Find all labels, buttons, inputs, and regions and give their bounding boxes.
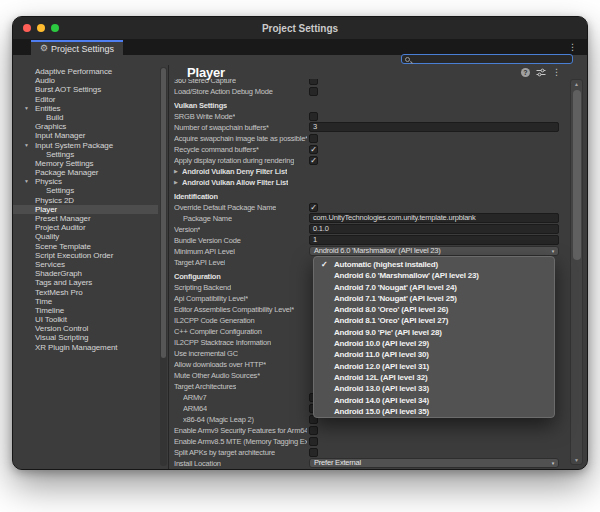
player-settings-panel: 360 Stereo CaptureLoad/Store Action Debu…: [169, 65, 587, 469]
close-button[interactable]: [23, 24, 31, 32]
sidebar-item-preset-manager[interactable]: Preset Manager: [13, 214, 158, 223]
page-title: Player: [187, 65, 225, 80]
checkbox[interactable]: [309, 134, 318, 143]
sidebar-item-scene-template[interactable]: Scene Template: [13, 242, 158, 251]
checkbox[interactable]: [309, 437, 318, 446]
popup-item[interactable]: Android 7.1 'Nougat' (API level 25): [314, 293, 554, 304]
sidebar-item-shadergraph[interactable]: ShaderGraph: [13, 269, 158, 278]
popup-item[interactable]: Android 12L (API level 32): [314, 372, 554, 383]
sidebar-item-adaptive-performance[interactable]: Adaptive Performance: [13, 67, 158, 76]
setting-label: Scripting Backend: [174, 282, 231, 293]
dropdown[interactable]: Prefer External▾: [309, 458, 559, 468]
sidebar-item-textmesh-pro[interactable]: TextMesh Pro: [13, 288, 158, 297]
setting-label: Number of swapchain buffers*: [174, 122, 269, 133]
checkbox[interactable]: [309, 112, 318, 121]
tab-more-icon[interactable]: ⋮: [568, 40, 577, 55]
popup-item[interactable]: Android 13.0 (API level 33): [314, 383, 554, 394]
chevron-down-icon: ▾: [552, 247, 554, 255]
text-field[interactable]: 1: [309, 235, 559, 245]
gear-icon: ⚙: [40, 42, 48, 55]
sidebar-item-input-manager[interactable]: Input Manager: [13, 131, 158, 140]
sidebar-item-services[interactable]: Services: [13, 260, 158, 269]
sidebar-item-label: Input Manager: [35, 131, 85, 140]
settings-row: Recycle command buffers*✓: [169, 144, 565, 155]
dropdown[interactable]: Android 6.0 'Marshmallow' (API level 23)…: [309, 246, 559, 256]
popup-item[interactable]: Android 6.0 'Marshmallow' (API level 23): [314, 270, 554, 281]
setting-label: Minimum API Level: [174, 246, 235, 257]
sidebar-item-physics-2d[interactable]: Physics 2D: [13, 196, 158, 205]
search-input[interactable]: [401, 54, 573, 64]
text-field[interactable]: com.UnityTechnologies.com.unity.template…: [309, 213, 559, 223]
sidebar-item-label: Input System Package: [35, 141, 113, 150]
sidebar-item-settings[interactable]: Settings: [13, 186, 158, 195]
popup-item[interactable]: Android 8.0 'Oreo' (API level 26): [314, 304, 554, 315]
sidebar-item-editor[interactable]: Editor: [13, 95, 158, 104]
panel-more-icon[interactable]: ⋮: [552, 68, 561, 77]
checkbox[interactable]: ✓: [309, 156, 318, 165]
checkbox[interactable]: [309, 426, 318, 435]
sidebar-item-project-auditor[interactable]: Project Auditor: [13, 223, 158, 232]
settings-row: Load/Store Action Debug Mode: [169, 86, 565, 97]
popup-item[interactable]: Android 8.1 'Oreo' (API level 27): [314, 315, 554, 326]
sidebar-item-label: Adaptive Performance: [35, 67, 112, 76]
sidebar-item-input-system-package[interactable]: ▼Input System Package: [13, 141, 158, 150]
sidebar-scrollbar[interactable]: [160, 67, 167, 466]
popup-item[interactable]: Android 14.0 (API level 34): [314, 395, 554, 406]
sidebar-item-build[interactable]: Build: [13, 113, 158, 122]
popup-item[interactable]: Android 9.0 'Pie' (API level 28): [314, 327, 554, 338]
foldout-open-icon[interactable]: ▼: [24, 177, 29, 186]
sidebar-item-time[interactable]: Time: [13, 297, 158, 306]
sidebar-item-label: Time: [35, 297, 52, 306]
foldout-closed-icon[interactable]: ▶: [174, 166, 178, 177]
popup-item[interactable]: ✓Automatic (highest installed): [314, 259, 554, 270]
main-scrollbar[interactable]: ▲ ▼: [570, 79, 583, 465]
checkbox[interactable]: ✓: [309, 145, 318, 154]
sidebar-item-version-control[interactable]: Version Control: [13, 324, 158, 333]
settings-row: Override Default Package Name✓: [169, 202, 565, 213]
sidebar-item-timeline[interactable]: Timeline: [13, 306, 158, 315]
sidebar-scrollbar-thumb[interactable]: [161, 68, 166, 358]
sidebar-item-graphics[interactable]: Graphics: [13, 122, 158, 131]
sidebar-item-tags-and-layers[interactable]: Tags and Layers: [13, 278, 158, 287]
sidebar-item-xr-plugin-management[interactable]: XR Plugin Management: [13, 343, 158, 352]
text-field[interactable]: 3: [309, 122, 559, 132]
presets-icon[interactable]: [536, 68, 546, 77]
sidebar-item-ui-toolkit[interactable]: UI Toolkit: [13, 315, 158, 324]
checkbox[interactable]: ✓: [309, 203, 318, 212]
sidebar-item-quality[interactable]: Quality: [13, 232, 158, 241]
settings-row: Apply display rotation during rendering✓: [169, 155, 565, 166]
checkbox[interactable]: [309, 448, 318, 457]
text-field[interactable]: 0.1.0: [309, 224, 559, 234]
sidebar-item-entities[interactable]: ▼Entities: [13, 104, 158, 113]
sidebar-item-memory-settings[interactable]: Memory Settings: [13, 159, 158, 168]
popup-item[interactable]: Android 7.0 'Nougat' (API level 24): [314, 282, 554, 293]
zoom-button[interactable]: [51, 24, 59, 32]
setting-label: Override Default Package Name: [174, 202, 276, 213]
scroll-down-icon[interactable]: ▼: [571, 457, 582, 463]
sidebar-item-audio[interactable]: Audio: [13, 76, 158, 85]
title-bar[interactable]: Project Settings: [13, 17, 587, 40]
dropdown-value: Prefer External: [314, 458, 361, 467]
sidebar-item-package-manager[interactable]: Package Manager: [13, 168, 158, 177]
sidebar-item-script-execution-order[interactable]: Script Execution Order: [13, 251, 158, 260]
foldout-open-icon[interactable]: ▼: [24, 104, 29, 113]
foldout-closed-icon[interactable]: ▶: [174, 177, 178, 188]
popup-item[interactable]: Android 15.0 (API level 35): [314, 406, 554, 417]
scroll-up-icon[interactable]: ▲: [571, 81, 582, 87]
sidebar-item-player[interactable]: Player: [13, 205, 158, 214]
settings-row: Install LocationPrefer External▾: [169, 458, 565, 469]
help-icon[interactable]: ?: [521, 68, 530, 77]
popup-item[interactable]: Android 10.0 (API level 29): [314, 338, 554, 349]
popup-item[interactable]: Android 12.0 (API level 31): [314, 361, 554, 372]
checkbox[interactable]: [309, 87, 318, 96]
popup-item[interactable]: Android 11.0 (API level 30): [314, 349, 554, 360]
foldout-open-icon[interactable]: ▼: [24, 141, 29, 150]
sidebar-item-burst-aot-settings[interactable]: Burst AOT Settings: [13, 85, 158, 94]
main-scrollbar-thumb[interactable]: [573, 90, 581, 260]
sidebar-item-visual-scripting[interactable]: Visual Scripting: [13, 333, 158, 342]
sidebar-item-settings[interactable]: Settings: [13, 150, 158, 159]
sidebar-item-label: Player: [35, 205, 57, 214]
minimize-button[interactable]: [37, 24, 45, 32]
sidebar-item-physics[interactable]: ▼Physics: [13, 177, 158, 186]
tab-project-settings[interactable]: ⚙ Project Settings: [31, 40, 123, 55]
